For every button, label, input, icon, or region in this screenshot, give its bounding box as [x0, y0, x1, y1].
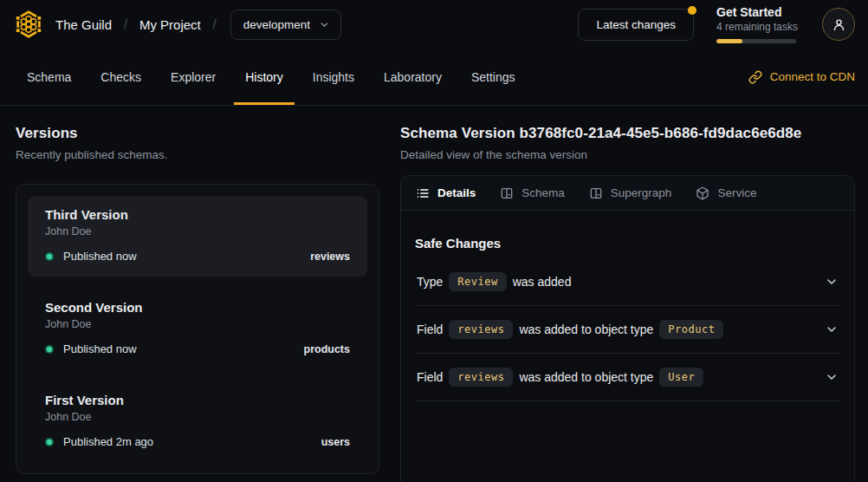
progress-fill: [716, 39, 742, 43]
version-detail-subtitle: Detailed view of the schema version: [400, 148, 855, 161]
columns-icon: [500, 186, 514, 200]
detail-tab-label: Supergraph: [611, 186, 672, 199]
tab-explorer[interactable]: Explorer: [159, 49, 227, 105]
change-kind: Field: [417, 322, 443, 336]
version-title: Third Version: [45, 207, 350, 222]
guild-logo-icon[interactable]: [14, 10, 43, 39]
list-icon: [416, 186, 430, 200]
versions-list: Third Version John Doe Published now rev…: [16, 184, 379, 474]
get-started-title: Get Started: [716, 5, 800, 19]
change-row-type-review[interactable]: Type Review was added: [415, 258, 840, 306]
change-text: was added to object type: [519, 322, 653, 336]
version-title: Second Version: [45, 300, 350, 315]
versions-subtitle: Recently published schemas.: [16, 148, 379, 161]
detail-tab-label: Schema: [521, 186, 565, 199]
detail-tab-label: Service: [717, 186, 756, 199]
columns-icon: [589, 186, 603, 200]
environment-select-value: development: [243, 18, 310, 31]
published-status-dot: [45, 345, 54, 354]
published-status: Published now: [63, 250, 137, 263]
connect-to-cdn-label: Connect to CDN: [770, 70, 855, 83]
top-header: The Guild / My Project / development Lat…: [0, 0, 868, 49]
detail-tab-supergraph[interactable]: Supergraph: [589, 186, 672, 200]
link-icon: [748, 70, 762, 84]
safe-changes-heading: Safe Changes: [415, 236, 840, 251]
detail-tab-details[interactable]: Details: [416, 186, 476, 200]
get-started-progress-bar: [716, 39, 796, 43]
version-detail-title: Schema Version b3768fc0-21a4-45e5-b686-f…: [400, 125, 855, 142]
breadcrumb-separator: /: [213, 17, 217, 31]
get-started-widget[interactable]: Get Started 4 remaining tasks: [716, 5, 800, 43]
version-meta-row: Published 2m ago users: [45, 435, 350, 448]
change-kind: Field: [417, 370, 443, 384]
tab-insights[interactable]: Insights: [301, 49, 366, 105]
version-card-second[interactable]: Second Version John Doe Published now pr…: [28, 289, 367, 369]
code-badge: Review: [449, 272, 506, 291]
tab-checks[interactable]: Checks: [89, 49, 152, 105]
get-started-remaining-tasks: 4 remaining tasks: [716, 21, 800, 33]
target-nav: Schema Checks Explorer History Insights …: [0, 49, 868, 106]
published-status-dot: [45, 438, 54, 446]
code-badge: reviews: [449, 368, 513, 387]
nav-tabs: Schema Checks Explorer History Insights …: [16, 49, 527, 105]
tab-history[interactable]: History: [234, 49, 295, 105]
change-kind: Type: [417, 275, 443, 289]
detail-tab-schema[interactable]: Schema: [500, 186, 565, 200]
header-right: Latest changes Get Started 4 remaining t…: [578, 5, 855, 43]
breadcrumb-org[interactable]: The Guild: [55, 17, 112, 32]
published-status: Published now: [63, 342, 137, 355]
version-detail-panel: Schema Version b3768fc0-21a4-45e5-b686-f…: [400, 106, 855, 482]
version-meta-row: Published now reviews: [45, 250, 350, 263]
version-meta-row: Published now products: [45, 342, 350, 355]
chevron-down-icon[interactable]: [825, 322, 839, 336]
code-badge: reviews: [449, 320, 513, 339]
change-row-field-product[interactable]: Field reviews was added to object type P…: [415, 306, 840, 354]
version-detail-box: Details Schema Supergraph: [400, 175, 855, 482]
breadcrumb: The Guild / My Project /: [55, 17, 217, 32]
change-text: was added: [513, 275, 572, 289]
environment-select[interactable]: development: [230, 10, 341, 40]
user-avatar[interactable]: [822, 8, 855, 41]
breadcrumb-project[interactable]: My Project: [139, 17, 201, 32]
version-author: John Doe: [45, 225, 350, 238]
changes-list: Type Review was added Field reviews was …: [415, 258, 840, 401]
published-status: Published 2m ago: [63, 435, 153, 448]
service-name: reviews: [310, 251, 350, 263]
latest-changes-label: Latest changes: [596, 18, 676, 31]
cube-icon: [696, 186, 709, 200]
latest-changes-button[interactable]: Latest changes: [578, 9, 694, 41]
connect-to-cdn-button[interactable]: Connect to CDN: [748, 49, 855, 105]
detail-tab-service[interactable]: Service: [696, 186, 756, 200]
chevron-down-icon: [319, 19, 330, 30]
version-detail-tabs: Details Schema Supergraph: [401, 176, 854, 211]
type-badge: User: [659, 368, 703, 387]
tab-settings[interactable]: Settings: [460, 49, 527, 105]
tab-schema[interactable]: Schema: [16, 49, 82, 105]
breadcrumb-separator: /: [124, 17, 127, 31]
service-name: users: [321, 436, 350, 448]
main-content: Versions Recently published schemas. Thi…: [0, 106, 868, 482]
detail-content: Safe Changes Type Review was added Field…: [401, 211, 854, 401]
service-name: products: [304, 343, 350, 355]
version-author: John Doe: [45, 411, 350, 423]
versions-title: Versions: [16, 125, 379, 142]
tab-laboratory[interactable]: Laboratory: [372, 49, 453, 105]
version-card-first[interactable]: First Version John Doe Published 2m ago …: [28, 381, 367, 462]
versions-panel: Versions Recently published schemas. Thi…: [16, 106, 379, 482]
version-card-third[interactable]: Third Version John Doe Published now rev…: [28, 196, 367, 277]
chevron-down-icon[interactable]: [825, 370, 839, 384]
chevron-down-icon[interactable]: [825, 275, 839, 289]
notification-dot: [688, 6, 696, 15]
user-avatar-icon: [832, 17, 846, 32]
detail-tab-label: Details: [437, 186, 476, 199]
type-badge: Product: [659, 320, 723, 339]
version-title: First Version: [45, 393, 350, 407]
change-row-field-user[interactable]: Field reviews was added to object type U…: [415, 354, 840, 401]
published-status-dot: [45, 252, 54, 261]
change-text: was added to object type: [519, 370, 653, 384]
version-author: John Doe: [45, 318, 350, 330]
